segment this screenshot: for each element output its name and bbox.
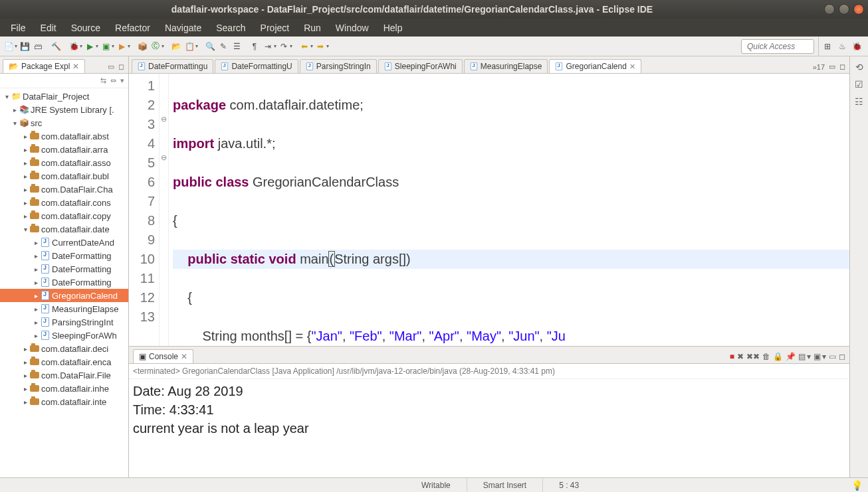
fold-column[interactable]: ⊖⊖ bbox=[160, 74, 169, 346]
editor-tab[interactable]: ParsingStringIn bbox=[300, 59, 377, 73]
minimize-view-icon[interactable]: ▭ bbox=[108, 62, 114, 71]
toggle-breadcrumb-icon[interactable]: ☰ bbox=[231, 41, 243, 52]
minimize-editor-icon[interactable]: ▭ bbox=[829, 62, 835, 71]
menu-window[interactable]: Window bbox=[329, 21, 376, 35]
display-console-icon[interactable]: ▤ bbox=[798, 352, 806, 361]
remove-all-icon[interactable]: ✖✖ bbox=[746, 352, 760, 361]
close-icon[interactable]: ✕ bbox=[72, 62, 79, 71]
dropdown-icon[interactable]: ▾ bbox=[822, 352, 826, 361]
menu-source[interactable]: Source bbox=[64, 21, 107, 35]
java-file-node[interactable]: ▸CurrentDateAnd bbox=[0, 236, 128, 249]
new-class-icon[interactable]: Ⓒ bbox=[150, 41, 162, 52]
menu-search[interactable]: Search bbox=[209, 21, 252, 35]
save-icon[interactable]: 💾 bbox=[19, 41, 31, 52]
outline-icon[interactable]: ☷ bbox=[855, 96, 863, 107]
tabs-overflow[interactable]: »17 bbox=[813, 63, 825, 71]
dropdown-icon[interactable]: ▾ bbox=[112, 43, 114, 49]
package-node[interactable]: ▸com.dataflair.cons bbox=[0, 196, 128, 209]
dropdown-icon[interactable]: ▾ bbox=[128, 43, 130, 49]
editor-tab[interactable]: DateFormattingu bbox=[132, 59, 213, 73]
window-close-icon[interactable] bbox=[853, 4, 864, 15]
package-node[interactable]: ▸com.dataflair.arra bbox=[0, 143, 128, 156]
dropdown-icon[interactable]: ▾ bbox=[326, 43, 329, 49]
editor-tab-active[interactable]: GregorianCalend✕ bbox=[549, 59, 641, 73]
build-icon[interactable]: 🔨 bbox=[50, 41, 62, 52]
pin-console-icon[interactable]: 📌 bbox=[786, 352, 796, 361]
toggle-mark-icon[interactable]: ¶ bbox=[249, 41, 261, 52]
run-icon[interactable]: ▶ bbox=[84, 41, 96, 52]
java-file-node[interactable]: ▸ParsingStringInt bbox=[0, 315, 128, 329]
package-node[interactable]: ▸com.dataflair.asso bbox=[0, 156, 128, 169]
collapse-all-icon[interactable]: ⇆ bbox=[100, 76, 106, 85]
clear-console-icon[interactable]: 🗑 bbox=[762, 352, 770, 361]
java-file-node[interactable]: ▸MeasuringElapse bbox=[0, 302, 128, 315]
new-package-icon[interactable]: 📦 bbox=[136, 41, 148, 52]
open-perspective-icon[interactable]: ⊞ bbox=[821, 41, 833, 52]
menu-refactor[interactable]: Refactor bbox=[108, 21, 157, 35]
code-content[interactable]: package com.dataflair.datetime; import j… bbox=[169, 74, 849, 346]
window-maximize-icon[interactable] bbox=[839, 4, 849, 15]
package-node[interactable]: ▸com.dataflair.copy bbox=[0, 209, 128, 222]
editor-tab[interactable]: MeasuringElapse bbox=[464, 59, 548, 73]
editor-tab[interactable]: SleepingForAWhi bbox=[378, 59, 463, 73]
java-perspective-icon[interactable]: ♨ bbox=[836, 41, 848, 52]
package-node[interactable]: ▸com.DataFlair.File bbox=[0, 369, 128, 382]
open-type-icon[interactable]: 📂 bbox=[170, 41, 182, 52]
code-editor[interactable]: 12345678910111213 ⊖⊖ package com.datafla… bbox=[129, 74, 849, 346]
search-icon[interactable]: 🔍 bbox=[204, 41, 216, 52]
menu-help[interactable]: Help bbox=[377, 21, 409, 35]
task-list-icon[interactable]: ☑ bbox=[855, 79, 863, 90]
java-file-node[interactable]: ▸DateFormatting bbox=[0, 262, 128, 276]
view-menu-icon[interactable]: ▾ bbox=[120, 76, 124, 85]
coverage-icon[interactable]: ▣ bbox=[100, 41, 112, 52]
maximize-view-icon[interactable]: ◻ bbox=[839, 352, 845, 361]
quick-access-input[interactable] bbox=[741, 39, 814, 54]
menu-file[interactable]: File bbox=[4, 21, 33, 35]
package-node[interactable]: ▸com.dataflair.abst bbox=[0, 129, 128, 143]
dropdown-icon[interactable]: ▾ bbox=[807, 352, 811, 361]
step-over-icon[interactable]: ↷ bbox=[278, 41, 290, 52]
minimize-view-icon[interactable]: ▭ bbox=[829, 352, 836, 361]
dropdown-icon[interactable]: ▾ bbox=[290, 43, 292, 49]
editor-tab[interactable]: DateFormattingU bbox=[215, 59, 298, 73]
package-node-open[interactable]: ▾com.dataflair.date bbox=[0, 222, 128, 236]
close-icon[interactable]: ✕ bbox=[181, 352, 187, 361]
dropdown-icon[interactable]: ▾ bbox=[80, 43, 82, 49]
quick-access[interactable] bbox=[741, 39, 814, 54]
package-node[interactable]: ▸com.dataflair.inte bbox=[0, 395, 128, 408]
open-console-icon[interactable]: ▣ bbox=[814, 352, 821, 361]
save-all-icon[interactable]: 🗃 bbox=[32, 41, 44, 52]
new-icon[interactable]: 📄 bbox=[3, 41, 15, 52]
debug-perspective-icon[interactable]: 🐞 bbox=[851, 41, 863, 52]
package-node[interactable]: ▸com.dataflair.bubl bbox=[0, 169, 128, 183]
wand-icon[interactable]: ✎ bbox=[217, 41, 229, 52]
package-explorer-tab[interactable]: 📂 Package Expl ✕ bbox=[3, 59, 85, 73]
window-minimize-icon[interactable] bbox=[824, 4, 835, 15]
package-node[interactable]: ▸com.DataFlair.Cha bbox=[0, 183, 128, 196]
close-icon[interactable]: ✕ bbox=[629, 62, 635, 71]
package-node[interactable]: ▸com.dataflair.inhe bbox=[0, 382, 128, 395]
menu-edit[interactable]: Edit bbox=[34, 21, 63, 35]
maximize-editor-icon[interactable]: ◻ bbox=[839, 62, 845, 71]
tip-bulb-icon[interactable]: 💡 bbox=[851, 480, 868, 491]
terminate-icon[interactable]: ■ bbox=[730, 352, 734, 361]
scroll-lock-icon[interactable]: 🔒 bbox=[773, 352, 783, 361]
maximize-view-icon[interactable]: ◻ bbox=[118, 62, 124, 71]
menu-run[interactable]: Run bbox=[297, 21, 328, 35]
dropdown-icon[interactable]: ▾ bbox=[310, 43, 313, 49]
run-last-icon[interactable]: ▶ bbox=[116, 41, 128, 52]
java-file-node[interactable]: ▸SleepingForAWh bbox=[0, 329, 128, 342]
project-node[interactable]: ▾DataFlair_Project bbox=[0, 90, 128, 103]
src-node[interactable]: ▾src bbox=[0, 116, 128, 129]
java-file-node-selected[interactable]: ▸GregorianCalend bbox=[0, 289, 128, 302]
package-tree[interactable]: ▾DataFlair_Project ▸JRE System Library [… bbox=[0, 88, 128, 477]
java-file-node[interactable]: ▸DateFormatting bbox=[0, 249, 128, 262]
remove-launch-icon[interactable]: ✖ bbox=[737, 352, 744, 361]
restore-icon[interactable]: ⟲ bbox=[855, 62, 863, 72]
dropdown-icon[interactable]: ▾ bbox=[15, 43, 17, 49]
step-icon[interactable]: ⇥ bbox=[262, 41, 274, 52]
link-editor-icon[interactable]: ⇔ bbox=[110, 76, 116, 85]
dropdown-icon[interactable]: ▾ bbox=[162, 43, 164, 49]
menu-navigate[interactable]: Navigate bbox=[158, 21, 208, 35]
console-tab[interactable]: ▣ Console ✕ bbox=[133, 349, 193, 363]
